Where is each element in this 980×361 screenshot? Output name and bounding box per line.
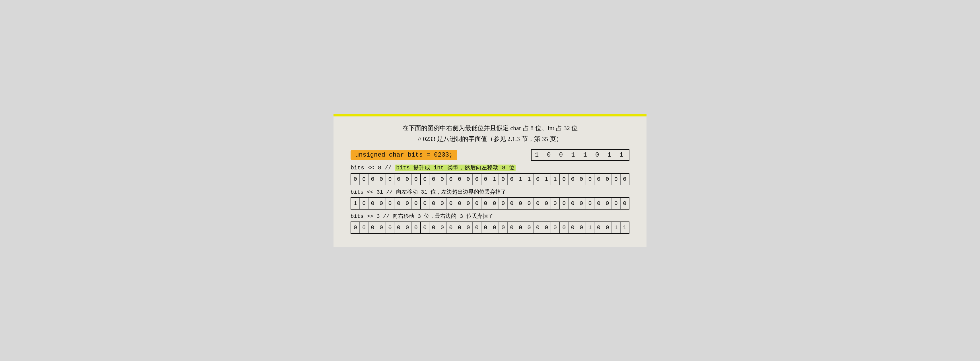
bit-cell: 0: [430, 198, 438, 209]
bit-cell: 0: [360, 198, 368, 209]
bit-cell: 0: [403, 198, 412, 209]
bit-cell: 0: [603, 222, 612, 233]
bit-cell: 0: [499, 222, 508, 233]
row1-label-highlight: bits 提升成 int 类型，然后向左移动 8 位: [395, 165, 515, 171]
bit-cell: 0: [577, 174, 585, 185]
bit-cell: 0: [386, 222, 395, 233]
bit-group-row3-1: 0 0 0 0 0 0 0 0: [351, 222, 421, 233]
row1-label-prefix: bits << 8 //: [350, 165, 395, 171]
bit-cell: 0: [473, 174, 481, 185]
bit-cell: 0: [403, 174, 412, 185]
bit-cell: 0: [508, 198, 516, 209]
bit-cell: 0: [482, 198, 490, 209]
bit-cell: 0: [438, 222, 447, 233]
bit-cell: 0: [377, 198, 385, 209]
bit-cell: 0: [551, 222, 559, 233]
bit-cell: 0: [473, 222, 481, 233]
bit-cell: 0: [516, 198, 525, 209]
row2-label: bits << 31 // 向左移动 31 位，左边超出边界的位丢弃掉了: [350, 188, 630, 196]
bit-cell: 0: [508, 174, 516, 185]
bit-cell: 0: [369, 198, 377, 209]
bit-cell: 0: [560, 174, 568, 185]
bit-cell: 0: [533, 198, 542, 209]
bit-cell: 0: [603, 174, 612, 185]
yellow-top-bar: [334, 114, 646, 117]
bit-cell: 0: [482, 174, 490, 185]
bit-group-row1-3: 1 0 0 1 1 0 1 1: [490, 174, 560, 185]
bit-cell: 0: [438, 174, 447, 185]
top-line1: 在下面的图例中右侧为最低位并且假定 char 占 8 位、int 占 32 位: [350, 123, 630, 133]
bit-group-row2-1: 1 0 0 0 0 0 0 0: [351, 198, 421, 209]
bit-cell: 0: [612, 198, 620, 209]
bit-cell: 0: [412, 174, 420, 185]
code-row: unsigned char bits = 0233; 1 0 0 1 1 0 1…: [350, 149, 630, 161]
bit-cell: 0: [395, 198, 403, 209]
bit-cell: 0: [595, 222, 603, 233]
bit-cell: 0: [464, 222, 473, 233]
bit-cell: 0: [586, 198, 595, 209]
bit-cell: 1: [351, 198, 360, 209]
row1-label: bits << 8 // bits 提升成 int 类型，然后向左移动 8 位: [350, 164, 630, 171]
bit-cell: 0: [568, 222, 577, 233]
bit-cell: 0: [612, 174, 620, 185]
bit-cell: 1: [620, 222, 629, 233]
bit-cell: 0: [508, 222, 516, 233]
bit-cell: 0: [542, 198, 551, 209]
bit-cell: 0: [542, 222, 551, 233]
bit-cell: 0: [369, 174, 377, 185]
bit-cell: 0: [464, 174, 473, 185]
bit-cell: 0: [447, 174, 455, 185]
bit-cell: 0: [447, 198, 455, 209]
bit-cell: 1: [516, 174, 525, 185]
bit-cell: 0: [560, 222, 568, 233]
bit-cell: 0: [533, 174, 542, 185]
bit-cell: 1: [525, 174, 533, 185]
bit-cell: 0: [430, 222, 438, 233]
bit-cell: 0: [430, 174, 438, 185]
bit-cell: 0: [395, 222, 403, 233]
top-line2: // 0233 是八进制的字面值（参见 2.1.3 节，第 35 页）: [350, 134, 630, 144]
bit-cell: 0: [499, 174, 508, 185]
bit-cell: 0: [386, 174, 395, 185]
row3-label: bits >> 3 // 向右移动 3 位，最右边的 3 位丢弃掉了: [350, 212, 630, 220]
bit-group-row1-2: 0 0 0 0 0 0 0 0: [421, 174, 490, 185]
bit-cell: 0: [455, 222, 464, 233]
top-text: 在下面的图例中右侧为最低位并且假定 char 占 8 位、int 占 32 位 …: [350, 123, 630, 144]
bit-cell: 1: [612, 222, 620, 233]
bit-cell: 0: [473, 198, 481, 209]
bit-group-row1-1: 0 0 0 0 0 0 0 0: [351, 174, 421, 185]
bit-cell: 0: [533, 222, 542, 233]
bit-grid-row2: 1 0 0 0 0 0 0 0 0 0 0 0 0 0 0 0 0 0 0 0 …: [350, 197, 630, 209]
bit-cell: 0: [412, 198, 420, 209]
bit-cell: 0: [421, 174, 430, 185]
bit-cell: 0: [447, 222, 455, 233]
bit-cell: 0: [525, 198, 533, 209]
bit-cell: 0: [620, 174, 629, 185]
bit-cell: 0: [525, 222, 533, 233]
bit-cell: 0: [586, 174, 595, 185]
bit-cell: 0: [595, 198, 603, 209]
bit-cell: 1: [551, 174, 559, 185]
bit-cell: 0: [464, 198, 473, 209]
bit-grid-row1: 0 0 0 0 0 0 0 0 0 0 0 0 0 0 0 0 1 0 0 1 …: [350, 173, 630, 185]
bit-cell: 0: [395, 174, 403, 185]
code-snippet: unsigned char bits = 0233;: [350, 150, 457, 160]
bit-cell: 0: [455, 198, 464, 209]
bit-cell: 0: [455, 174, 464, 185]
bit-group-row1-4: 0 0 0 0 0 0 0 0: [560, 174, 629, 185]
bit-cell: 0: [490, 222, 499, 233]
bit-cell: 0: [438, 198, 447, 209]
bit-cell: 0: [412, 222, 420, 233]
bit-cell: 0: [595, 174, 603, 185]
bit-cell: 0: [490, 198, 499, 209]
char-bits-box: 1 0 0 1 1 0 1 1: [531, 149, 630, 161]
bit-cell: 0: [386, 198, 395, 209]
bit-cell: 0: [369, 222, 377, 233]
bit-cell: 0: [360, 174, 368, 185]
bit-group-row3-4: 0 0 0 1 0 0 1 1: [560, 222, 629, 233]
bit-cell: 0: [377, 174, 385, 185]
bit-cell: 0: [577, 222, 585, 233]
bit-group-row2-3: 0 0 0 0 0 0 0 0: [490, 198, 560, 209]
bit-cell: 0: [421, 198, 430, 209]
bit-cell: 0: [577, 198, 585, 209]
